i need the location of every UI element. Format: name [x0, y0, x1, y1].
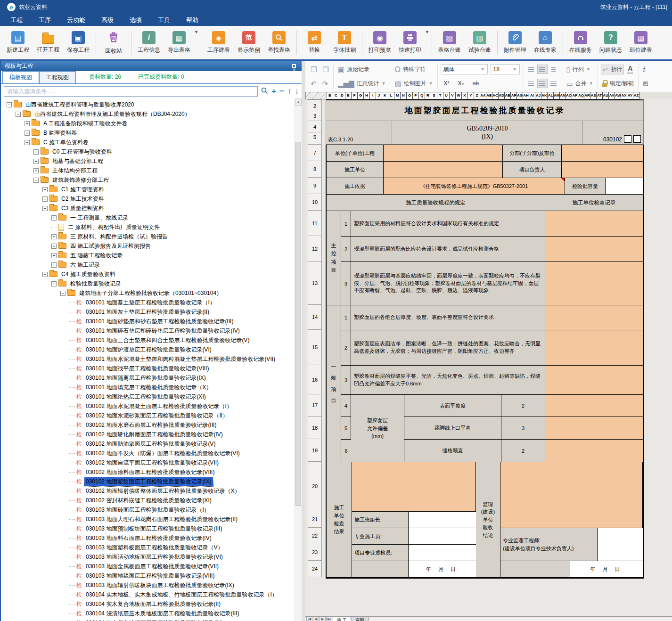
tree-item-label[interactable]: 030101 地面绝热层工程检验批质量验收记录(XI): [84, 392, 207, 401]
column-header[interactable]: AC: [492, 92, 499, 99]
expand-expander-icon[interactable]: +: [33, 168, 39, 173]
search-icon[interactable]: [261, 87, 268, 96]
tree-item[interactable]: +B 监理资料卷: [1, 128, 302, 138]
tree-item[interactable]: +四 施工试验报告及见证检测报告: [1, 241, 302, 251]
merge-button[interactable]: ▭合并▼: [565, 79, 595, 88]
row-header[interactable]: 9: [308, 178, 322, 194]
draw-picture-button[interactable]: ▧绘制图片▼: [393, 79, 434, 88]
tree-item-label[interactable]: 地基与基础分部工程: [51, 157, 105, 166]
column-header[interactable]: AN: [560, 92, 566, 99]
tree-item[interactable]: 检030103 地面地毯面层工程检验批质量验收记录(VIII): [1, 571, 302, 580]
supervision-conclusion-cell[interactable]: [500, 462, 643, 528]
tree-item-label[interactable]: 030104 竹木复合地板面层工程检验批质量验收记录(IV): [84, 619, 224, 621]
row-header[interactable]: 15: [308, 330, 322, 365]
align-right-button[interactable]: [549, 79, 559, 88]
align-center-button[interactable]: [537, 79, 548, 88]
tree-item[interactable]: −建筑装饰装修分部工程: [1, 175, 302, 185]
constructor-sign[interactable]: [409, 528, 476, 545]
tree-item-label[interactable]: C0 工程管理与验收资料: [51, 147, 114, 156]
quality-inspector-sign[interactable]: [409, 545, 476, 561]
font-color-button[interactable]: A: [627, 65, 633, 73]
tree-item[interactable]: +A 工程准备阶段和竣工验收文件卷: [1, 119, 302, 128]
tab-nav-next-icon[interactable]: ▶: [320, 617, 326, 621]
column-header[interactable]: H: [364, 92, 370, 99]
strikethrough-button[interactable]: ab: [471, 80, 480, 87]
tree-item-label[interactable]: 030101 地面炉渣垫层工程检验批质量验收记录(VI): [84, 345, 213, 354]
tree-item-label[interactable]: C3 质量控制资料: [60, 204, 106, 213]
column-header[interactable]: AS: [590, 92, 597, 99]
row-header[interactable]: 22: [308, 528, 322, 544]
collapse-expander-icon[interactable]: −: [42, 272, 48, 277]
row-header[interactable]: 14: [308, 305, 322, 330]
expand-expander-icon[interactable]: +: [51, 262, 57, 268]
align-top-button[interactable]: [526, 65, 536, 74]
tree-item-label[interactable]: 030102 地面水泥混凝土面层工程检验批质量验收记录（I）: [84, 402, 234, 411]
column-header[interactable]: W: [456, 92, 462, 99]
tab-nav-last-icon[interactable]: ▶|: [326, 617, 332, 621]
column-header[interactable]: AB: [486, 92, 492, 99]
tree-item-label[interactable]: 030103 地面料石面层工程检验批质量验收记录(IV): [84, 534, 213, 543]
tree-item[interactable]: 检030102 密封材料嵌缝工程检验批质量验收记录(XI): [1, 496, 302, 505]
tree-item[interactable]: 检030102 地面水泥砂浆面层工程检验批质量验收记录（II）: [1, 411, 302, 420]
tree-item-label[interactable]: 030101 地面水泥混凝土垫层和陶粒混凝土垫层工程检验批质量验收记录(VII): [84, 355, 277, 364]
expand-expander-icon[interactable]: +: [25, 121, 30, 126]
column-header[interactable]: E: [345, 92, 352, 99]
column-header[interactable]: AH: [523, 92, 529, 99]
tree-item[interactable]: 检030102 地面防油渗面层工程检验批质量验收记录(V): [1, 439, 302, 449]
column-header[interactable]: Y: [468, 92, 474, 99]
row-header[interactable]: 12: [308, 236, 322, 261]
tree-item[interactable]: −山西省建筑工程资料管理与质量验收库2020: [1, 100, 302, 109]
column-header[interactable]: T: [437, 92, 443, 99]
column-header[interactable]: J: [376, 92, 382, 99]
row-header[interactable]: 24: [308, 561, 322, 577]
tree-item[interactable]: 检030102 地面不发火（防爆）面层工程检验批质量验收记录(VI): [1, 449, 302, 458]
question-status-button[interactable]: ? 问题状态: [596, 30, 626, 55]
column-header[interactable]: R: [425, 92, 431, 99]
tree-item[interactable]: 检030101 地面水泥混凝土垫层和陶粒混凝土垫层工程检验批质量验收记录(VII…: [1, 354, 302, 364]
tree-item-label[interactable]: 建筑地面子分部工程检验批验收记录（030101~030104）: [78, 289, 223, 298]
tree-item-label[interactable]: 030101 地面砂垫层和砂石垫层工程检验批质量验收记录(III): [84, 317, 235, 326]
tree-item-label[interactable]: 建筑装饰装修分部工程: [51, 176, 110, 185]
align-middle-button[interactable]: [537, 65, 548, 74]
superscript-button[interactable]: X²: [443, 80, 451, 87]
tree-item-label[interactable]: 四 施工试验报告及见证检测报告: [69, 242, 152, 251]
scroll-up-icon[interactable]: ▲: [295, 98, 302, 106]
collapse-expander-icon[interactable]: −: [7, 102, 12, 107]
tree-item[interactable]: −检验批质量验收记录: [1, 279, 302, 288]
check-record-cell[interactable]: [545, 330, 643, 366]
batch-capacity-value[interactable]: [606, 178, 643, 195]
tree-item[interactable]: 检030103 地面活动地板面层工程检验批质量验收记录(VI): [1, 552, 302, 562]
column-header[interactable]: AA: [480, 92, 486, 99]
tree-item[interactable]: +主体结构分部工程: [1, 166, 302, 175]
date-left[interactable]: 年 月 日: [409, 561, 476, 578]
paste-button[interactable]: ❒: [321, 65, 330, 74]
tree-item-label[interactable]: 030102 地面塑胶面层工程检验批质量验收记录(IX): [84, 477, 213, 486]
tree-item[interactable]: 检030103 地面金属板面层工程检验批质量验收记录(VII): [1, 562, 302, 571]
tree-item-label[interactable]: 030103 地面金属板面层工程检验批质量验收记录(VII): [84, 562, 220, 571]
column-header[interactable]: Q: [419, 92, 425, 99]
tree-item-label[interactable]: B 监理资料卷: [42, 129, 78, 138]
column-header[interactable]: AM: [554, 92, 560, 99]
tree-item[interactable]: 检030102 地面水磨石面层工程检验批质量验收记录(III): [1, 420, 302, 430]
replace-button[interactable]: ⇄ 替换: [299, 30, 329, 55]
tree-item-label[interactable]: C 施工单位资料卷: [42, 138, 90, 147]
tree-item[interactable]: 检030103 地面预制板块面层工程检验批质量验收记录(III): [1, 524, 302, 533]
row-header[interactable]: 10: [308, 194, 322, 211]
tree-item-label[interactable]: 030102 地面自流平面层工程检验批质量验收记录(VII): [84, 458, 220, 467]
align-left-button[interactable]: [526, 79, 536, 88]
online-service-button[interactable]: 在线服务: [565, 30, 596, 55]
team-leader-sign[interactable]: [409, 512, 476, 528]
tree-item-label[interactable]: 030102 地面不发火（防爆）面层工程检验批质量验收记录(VI): [84, 449, 241, 458]
menu-advanced[interactable]: 高级: [101, 16, 114, 25]
recycle-bin-button[interactable]: 回收站: [98, 30, 129, 56]
doc-number-box-1[interactable]: [624, 135, 631, 143]
tree-item[interactable]: 二 原材料、构配件出厂质量证明文件: [1, 222, 302, 232]
tree-item[interactable]: +三 原材料、构配件进场检（试）验报告: [1, 232, 302, 241]
row-header[interactable]: 11: [308, 211, 322, 236]
column-header[interactable]: AQ: [578, 92, 584, 99]
tree-item-label[interactable]: 030102 地面水磨石面层工程检验批质量验收记录(III): [84, 421, 218, 430]
tab-nav-first-icon[interactable]: |◀: [306, 617, 312, 621]
column-header[interactable]: P: [413, 92, 419, 99]
tab-nav-prev-icon[interactable]: ◀: [313, 617, 319, 621]
tree-item-label[interactable]: 030101 地面填充层工程检验批质量验收记录（X）: [84, 383, 213, 392]
